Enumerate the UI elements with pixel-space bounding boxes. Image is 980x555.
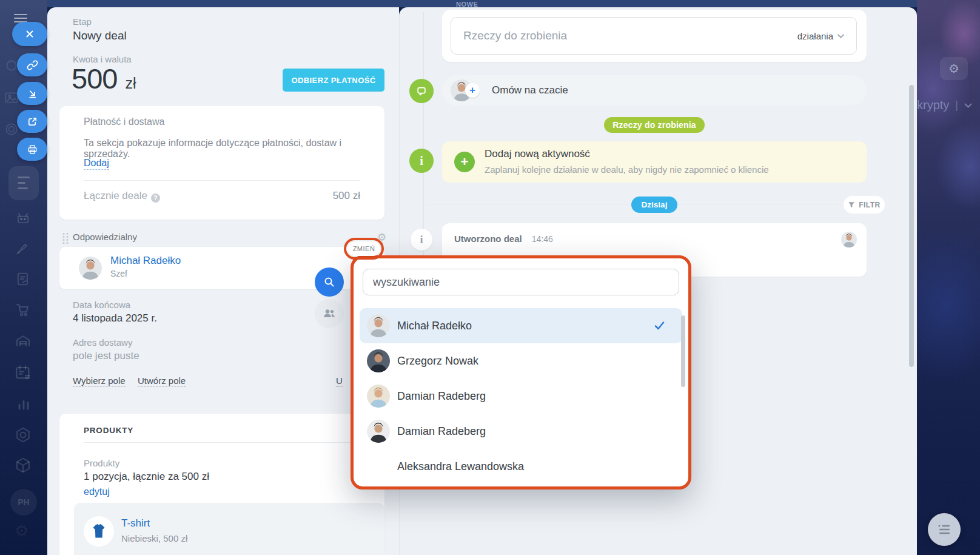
todo-input[interactable] [463,29,797,42]
cart-icon[interactable] [14,301,32,319]
delivery-address-value[interactable]: pole jest puste [73,350,139,362]
discuss-in-chat-row[interactable]: + Omów na czacie [442,75,867,106]
responsible-role: Szef [110,269,127,278]
calendar-icon[interactable] [13,363,33,382]
crm-deal-screen: NOWE PH ⚙ [0,0,980,555]
partial-hidden-link[interactable]: U [336,375,343,387]
product-name-link[interactable]: T-shirt [121,517,150,530]
quick-menu-button[interactable] [928,513,961,546]
gear-icon[interactable]: ⚙ [15,523,29,539]
link-icon [27,59,38,71]
add-activity-subtitle: Zaplanuj kolejne działanie w dealu, aby … [485,164,769,175]
edit-products-link[interactable]: edytuj [84,486,110,497]
arrow-down-right-icon [27,88,38,99]
settings-button[interactable]: ⚙ [940,57,968,80]
left-sidebar: PH ⚙ [0,0,47,555]
products-card: PRODUKTY Produkty 1 pozycja, łącznie za … [59,414,384,555]
top-strip [47,0,917,7]
info-icon: i [420,234,423,246]
close-panel-button[interactable] [12,22,47,46]
total-deals-value: 500 zł [333,190,360,202]
search-user-button[interactable] [315,267,344,297]
check-icon [654,320,665,331]
contract-icon[interactable] [15,271,32,288]
ph-badge[interactable]: PH [10,489,37,516]
add-payment-link[interactable]: Dodaj [84,158,109,170]
filter-label: FILTR [859,201,881,209]
select-users-button[interactable] [315,299,344,328]
plus-icon[interactable]: + [454,152,475,172]
package-icon[interactable] [14,456,32,474]
tshirt-icon [90,523,107,539]
assignee-dropdown: Michał Radełko Grzegorz Nowak Damian Rad… [351,255,691,489]
pen-icon[interactable] [15,240,32,257]
change-badge-annotation: ZMIEŃ [344,238,384,260]
search-icon [323,276,335,288]
product-image [84,516,114,547]
change-responsible-button[interactable]: ZMIEŃ [347,241,380,256]
bar-chart-icon[interactable] [15,395,32,412]
panel-scrollbar[interactable] [909,85,914,367]
product-details: Niebieski, 500 zł [121,533,187,543]
avatar [367,314,390,337]
chevron-down-icon [837,34,844,38]
info-icon: i [420,154,423,168]
add-activity-card[interactable]: + Dodaj nową aktywność Zaplanuj kolejne … [442,141,867,183]
separator: | [955,99,958,112]
collapse-button[interactable] [17,82,47,105]
payment-section-title: Płatność i dostawa [84,116,164,127]
print-button[interactable] [17,138,47,161]
payment-section-description: Ta sekcja pokazuje informacje dotyczące … [84,138,384,160]
funnel-icon [848,201,855,209]
todo-section-badge: Rzeczy do zrobienia [604,117,705,133]
deal-amount[interactable]: 500 zł [72,62,136,95]
product-item-row[interactable]: T-shirt Niebieski, 500 zł [74,503,384,555]
open-in-new-button[interactable] [17,110,47,133]
stage-value[interactable]: Nowy deal [73,29,127,42]
end-date-value[interactable]: 4 listopada 2025 r. [73,312,157,325]
avatar [841,232,857,247]
close-icon [24,29,35,39]
products-summary: 1 pozycja, łącznie za 500 zł [84,471,209,483]
filter-button[interactable]: FILTR [844,196,885,214]
today-badge[interactable]: Dzisiaj [631,197,677,213]
create-field-link[interactable]: Utwórz pole [138,375,186,387]
actions-label: działania [797,31,833,41]
chevron-down-icon [964,103,972,108]
help-icon[interactable]: ? [151,193,160,203]
end-date-label: Data końcowa [73,300,130,310]
actions-dropdown[interactable]: działania [797,31,844,41]
info-marker: i [409,149,434,173]
created-deal-title: Utworzono deal [454,234,522,244]
created-deal-time: 14:46 [532,234,553,244]
notes-tile-icon[interactable] [8,166,39,200]
assignee-option[interactable]: Michał Radełko [360,308,682,343]
deal-details-panel: Etap Nowy deal Kwota i waluta 500 zł ODB… [47,7,399,555]
background-photo-rail: ⚙ krypty | [917,0,980,555]
assignee-option[interactable]: Damian Radeberg [360,378,682,414]
robot-icon[interactable] [15,209,32,226]
dropdown-scrollbar[interactable] [681,315,685,387]
avatar [79,257,102,280]
assignee-search-input[interactable] [363,269,679,295]
users-icon [323,308,336,319]
add-activity-title: Dodaj nową aktywność [485,148,590,160]
avatar [367,385,390,408]
copy-link-button[interactable] [17,53,47,76]
assignee-option[interactable]: Grzegorz Nowak [360,343,682,378]
receive-payment-button[interactable]: ODBIERZ PŁATNOŚĆ [283,69,384,92]
gear-icon: ⚙ [948,62,959,75]
printer-icon [27,144,38,155]
warehouse-icon[interactable] [14,332,32,351]
add-participant-icon[interactable]: + [465,83,480,98]
drag-handle-icon[interactable] [62,232,69,244]
chat-bubble-icon [416,86,427,96]
products-label: Produkty [84,458,119,468]
hexagon-icon[interactable] [14,426,32,444]
card-divider [84,180,360,181]
assignee-option[interactable]: Damian Radeberg [360,414,682,449]
avatar [367,349,390,372]
responsible-name-link[interactable]: Michał Radełko [110,255,181,267]
select-field-link[interactable]: Wybierz pole [73,375,126,387]
assignee-option[interactable]: Aleksandra Lewandowska [360,449,682,484]
